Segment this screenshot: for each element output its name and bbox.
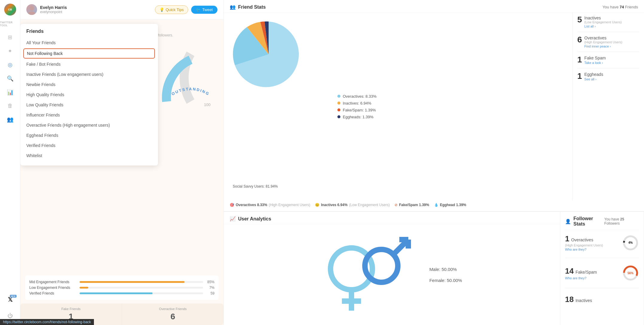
- follower-overactives-sub: (High Engagement Users): [565, 243, 603, 247]
- tag-overactives-sub: (High Engagement Users): [269, 203, 310, 207]
- profile-handle: evelynonpoint: [40, 10, 67, 14]
- tweet-label: Tweet: [202, 7, 213, 12]
- legend-overactives-label: Overactives: 8.33%: [343, 94, 377, 99]
- sidebar-item-target[interactable]: ◎: [0, 59, 20, 70]
- friend-stats-icon: 👥: [230, 4, 236, 10]
- pie-chart-svg: [230, 16, 307, 93]
- bar-label-mid: Mid Engagement Friends: [29, 280, 77, 284]
- svg-text:100: 100: [204, 102, 211, 107]
- follower-overactives-link[interactable]: Who are they?: [565, 248, 603, 251]
- overactive-friends-badge: Overactive Friends 6: [122, 303, 224, 325]
- friends-menu-title: Friends: [20, 29, 158, 38]
- power-icon: ⏻: [7, 313, 13, 319]
- follower-fakespam-name: Fake/Spam: [576, 270, 597, 275]
- menu-item-influencer[interactable]: Influencer Friends: [20, 110, 158, 120]
- tag-overactives-label: Overactives 8.33%: [236, 203, 267, 207]
- app-name-label: TWITTER TOOL: [0, 21, 20, 27]
- tag-fakespam-icon: ⊘: [395, 203, 398, 207]
- bottom-section: 📈 User Analytics: [224, 211, 644, 325]
- bar-row-low: Low Engagement Friends 7%: [29, 286, 214, 290]
- tag-inactives-label: Inactives 6.94%: [321, 203, 348, 207]
- sidebar: CB TWITTER TOOL ⊞ ✦ ◎ 🔍 📊 🗑 👥 NEW 𝕏 ⏻: [0, 0, 20, 325]
- menu-item-all[interactable]: All Your Friends: [20, 38, 158, 48]
- social-savvy-label: Social Savvy Users: 81.94%: [233, 184, 278, 188]
- right-panel: 👥 Friend Stats You have 74 Friends: [224, 0, 644, 325]
- main-content: Evelyn Harris evelynonpoint 💡 Quick Tips…: [20, 0, 644, 325]
- fake-friends-label: Fake Friends: [23, 307, 119, 311]
- bar-row-mid: Mid Engagement Friends 85%: [29, 280, 214, 284]
- friend-stats-section: 👥 Friend Stats You have 74 Friends: [224, 0, 644, 211]
- bar-label-verified: Verified Friends: [29, 291, 77, 295]
- stat-fakespam-link[interactable]: Take a look ›: [584, 61, 606, 65]
- network-icon: ✦: [8, 48, 12, 54]
- stat-inactives-number: 5: [577, 16, 582, 24]
- gender-svg: [322, 233, 417, 317]
- menu-item-inactive[interactable]: Inactive Friends (Low engagement users): [20, 69, 158, 79]
- stat-overactives-number: 6: [577, 36, 582, 44]
- app-logo: CB: [4, 4, 16, 16]
- donut-overactives: 4%: [622, 234, 639, 251]
- tag-fakespam: ⊘ Fake/Spam 1.39%: [395, 203, 429, 207]
- sidebar-item-x[interactable]: NEW 𝕏: [0, 294, 20, 306]
- gender-chart: Male: 50.00% Female: 50.00%: [224, 224, 560, 325]
- gauge-wrapper: OUTSTANDING 100: [158, 18, 223, 114]
- stat-eggheads-link[interactable]: See all ›: [584, 77, 603, 81]
- svg-point-1: [28, 11, 35, 15]
- legend-fakespam-label: Fake/Spam: 1.39%: [343, 108, 376, 112]
- menu-item-egghead[interactable]: Egghead Friends: [20, 130, 158, 140]
- stat-inactives-link[interactable]: List all ›: [584, 24, 622, 28]
- analytics-label: User Analytics: [238, 216, 271, 222]
- bar-label-low: Low Engagement Friends: [29, 286, 77, 290]
- sidebar-item-search[interactable]: 🔍: [0, 73, 20, 84]
- menu-item-whitelist[interactable]: Whitelist: [20, 151, 158, 161]
- logo-text: CB: [8, 8, 12, 11]
- tag-inactives-sub: (Low Engagement Users): [349, 203, 390, 207]
- dashboard-icon: ⊞: [8, 34, 12, 41]
- stat-overactives: 6 Overactives (High Engagement Users) Fi…: [577, 36, 639, 48]
- sidebar-item-dashboard[interactable]: ⊞: [0, 32, 20, 43]
- menu-item-verified[interactable]: Verified Friends: [20, 140, 158, 151]
- left-panel: Evelyn Harris evelynonpoint 💡 Quick Tips…: [20, 0, 224, 325]
- gauge-svg: OUTSTANDING 100: [158, 18, 223, 114]
- stat-divider-3: [577, 68, 639, 68]
- profile-name: Evelyn Harris: [40, 5, 67, 10]
- tag-overactives-icon: 🎯: [230, 203, 234, 207]
- legend-fakespam: Fake/Spam: 1.39%: [337, 108, 566, 112]
- menu-item-low-quality[interactable]: Low Quality Friends: [20, 100, 158, 110]
- sidebar-item-users[interactable]: 👥: [0, 114, 20, 125]
- quick-tips-button[interactable]: 💡 Quick Tips: [155, 5, 188, 14]
- follower-overactives-num: 1: [565, 234, 569, 243]
- follower-stats-title: 👤 Follower Stats: [565, 216, 604, 227]
- chart-icon: 📊: [7, 89, 13, 96]
- analytics-icon: 📈: [230, 216, 236, 222]
- avatar: [26, 4, 37, 15]
- sidebar-item-trash[interactable]: 🗑: [0, 100, 20, 111]
- menu-item-high-quality[interactable]: High Quality Friends: [20, 90, 158, 100]
- stat-divider-1: [577, 32, 639, 32]
- stat-inactives-name: Inactives: [584, 16, 622, 20]
- stat-overactives-name: Overactives: [584, 36, 622, 40]
- follower-fakespam-link[interactable]: Who are they?: [565, 276, 597, 280]
- menu-item-overactive[interactable]: Overactive Friends (High engagement user…: [20, 120, 158, 130]
- search-icon: 🔍: [7, 75, 13, 82]
- tweet-button[interactable]: 🐦 Tweet: [191, 6, 217, 14]
- sidebar-item-chart[interactable]: 📊: [0, 87, 20, 98]
- top-section: Evelyn Harris evelynonpoint 💡 Quick Tips…: [20, 0, 644, 325]
- male-label: Male: 50.00%: [429, 267, 462, 272]
- follower-inactives-num: 18: [565, 295, 574, 304]
- friend-stats-label: Friend Stats: [238, 4, 266, 10]
- follower-stat-fakespam: 14 Fake/Spam Who are they? 56%: [565, 265, 639, 281]
- sidebar-item-network[interactable]: ✦: [0, 45, 20, 57]
- header-actions: 💡 Quick Tips 🐦 Tweet: [155, 5, 217, 14]
- profile-info: Evelyn Harris evelynonpoint: [26, 4, 67, 15]
- bar-pct-mid: 85%: [205, 280, 214, 284]
- tag-egghead-icon: 💧: [434, 203, 439, 207]
- menu-item-newbie[interactable]: Newbie Friends: [20, 79, 158, 90]
- legend-inactives: Inactives: 6.94%: [337, 101, 566, 105]
- menu-item-fake-bot[interactable]: Fake / Bot Friends: [20, 59, 158, 69]
- follower-stats-header: 👤 Follower Stats You have 25 Followers: [565, 216, 639, 230]
- user-analytics-title: 📈 User Analytics: [230, 216, 271, 222]
- menu-item-not-following-back[interactable]: Not Following Back: [23, 48, 155, 59]
- stat-divider-2: [577, 52, 639, 52]
- stat-overactives-link[interactable]: Find inner peace ›: [584, 45, 622, 48]
